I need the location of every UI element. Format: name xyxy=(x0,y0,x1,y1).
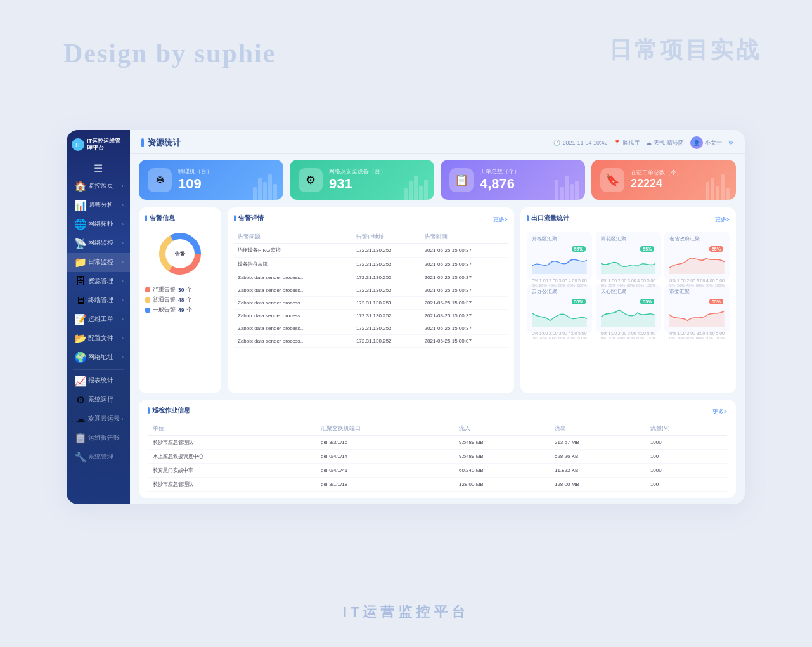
traffic-item-title: 市委汇聚 xyxy=(669,288,725,295)
sidebar-item-monitoring[interactable]: 🏠 监控展页 › xyxy=(67,177,130,196)
traffic-item: 雨花区汇聚 55% 0%1:002:003:004:005:00 0%20%40… xyxy=(596,232,661,280)
traffic-item: 开福区汇聚 55% 0%1:002:003:004:005:00 0%20%40… xyxy=(527,232,592,280)
patrol-col-header: 流入 xyxy=(454,422,550,436)
legend-normal: 一般告警 49 个 xyxy=(145,306,215,314)
patrol-port: gei-3/3/0/16 xyxy=(316,436,454,450)
alert-legend: 严重告警 30 个 普通告警 48 个 一般告警 49 个 xyxy=(145,286,215,317)
patrol-out: 528.26 KB xyxy=(550,450,645,464)
cell-ip: 172.31.130.252 xyxy=(352,284,421,297)
legend-severe: 严重告警 30 个 xyxy=(145,286,215,294)
cell-ip: 172.31.130.252 xyxy=(352,271,421,284)
cell-time: 2021-06-25 15:00:37 xyxy=(421,322,508,335)
footer-text: IT运营监控平台 xyxy=(343,603,470,622)
table-row: Zabbix data sender process... 172.31.130… xyxy=(234,322,508,335)
table-row: 均衡设备PING监控 172.31.130.252 2021-06-25 15:… xyxy=(234,244,508,258)
hamburger-icon[interactable]: ☰ xyxy=(67,157,130,177)
weather-display: ☁ 天气:晴转阴 xyxy=(646,139,684,147)
patrol-out: 11.822 KB xyxy=(550,464,645,478)
alert-detail-table: 告警问题 告警IP地址 告警时间 均衡设备PING监控 172.31.130.2… xyxy=(234,232,508,348)
sidebar-item-terminal[interactable]: 🖥 终端管理 › xyxy=(67,291,130,310)
sidebar-item-analysis[interactable]: 📊 调整分析 › xyxy=(67,196,130,215)
patrol-out: 128.00 MB xyxy=(550,478,645,492)
cloud-icon: ☁ xyxy=(75,414,86,424)
traffic-grid: 开福区汇聚 55% 0%1:002:003:004:005:00 0%20%40… xyxy=(527,232,730,333)
sidebar-item-sysadmin[interactable]: 🔧 系统管理 xyxy=(67,448,130,467)
table-row: Zabbix data sender process... 172.31.130… xyxy=(234,310,508,322)
patrol-in: 128.00 MB xyxy=(454,478,550,492)
patrol-row: 长宾黑门实战中车 gei-0/4/0/41 60.240 MB 11.822 K… xyxy=(148,464,727,478)
traffic-more[interactable]: 更多> xyxy=(715,216,730,224)
table-row: Zabbix data sender process... 172.31.130… xyxy=(234,297,508,310)
sidebar-item-sysrun[interactable]: ⚙ 系统运行 xyxy=(67,391,130,410)
sidebar-item-ops-report[interactable]: 📋 运维报告账 xyxy=(67,429,130,448)
stat-bg-bars-1 xyxy=(253,174,277,200)
database-icon: 🗄 xyxy=(75,277,86,287)
cell-time: 2021-06-25 15:00:37 xyxy=(421,271,508,284)
sidebar-item-reports[interactable]: 📈 报表统计 xyxy=(67,372,130,391)
sidebar-item-ipam[interactable]: 🌍 网络地址 › xyxy=(67,348,130,367)
home-icon: 🏠 xyxy=(75,181,86,192)
cell-ip: 172.31.130.252 xyxy=(352,322,421,335)
cell-ip: 172.31.130.252 xyxy=(352,335,421,348)
alert-detail-more[interactable]: 更多> xyxy=(493,216,508,224)
table-row: Zabbix data sender process... 172.31.130… xyxy=(234,271,508,284)
traffic-item-title: 云办公汇聚 xyxy=(532,288,587,295)
traffic-item: 天心区汇聚 55% 0%1:002:003:004:005:00 0%20%40… xyxy=(596,284,661,333)
header-info: 🕐 2021-11-04 10:42 📍 监视厅 ☁ 天气:晴转阴 👤 小女士 … xyxy=(553,136,733,149)
traffic-badge: 55% xyxy=(572,246,586,252)
patrol-out: 213.57 MB xyxy=(550,436,645,450)
patrol-col-header: 汇聚交换机端口 xyxy=(316,422,454,436)
network-icon: 🌐 xyxy=(75,219,86,230)
stat-card-workorders: 📋 工单总数（个） 4,876 xyxy=(441,160,585,200)
traffic-item-title: 天心区汇聚 xyxy=(601,288,656,295)
cell-problem: 设备告往故障 xyxy=(234,258,352,271)
sidebar-logo: IT IT运控运维管理平台 xyxy=(67,130,130,157)
sidebar-item-daily-monitor[interactable]: 📁 日常监控 › xyxy=(67,253,130,272)
stat-icon-workorders: 📋 xyxy=(449,168,474,192)
stats-row: ❄ 物理机（台） 109 ⚙ xyxy=(130,154,745,204)
col-ip: 告警IP地址 xyxy=(352,232,421,244)
traffic-header: 出口流量统计 更多> xyxy=(527,214,730,226)
cell-time: 2021-06-25 15:00:37 xyxy=(421,284,508,297)
patrol-traffic: 1000 xyxy=(645,436,727,450)
legend-dot-normal xyxy=(145,308,150,313)
datetime-display: 🕐 2021-11-04 10:42 xyxy=(553,140,607,146)
traffic-chart: 55% 0%1:002:003:004:005:00 0%20%40%60%80… xyxy=(532,245,587,277)
content-area: 资源统计 🕐 2021-11-04 10:42 📍 监视厅 ☁ 天气:晴转阴 👤… xyxy=(130,130,745,504)
traffic-chart: 55% 0%1:002:003:004:005:00 0%20%40%60%80… xyxy=(669,245,725,277)
patrol-port: gei-3/1/0/18 xyxy=(316,478,454,492)
sidebar-item-resource[interactable]: 🗄 资源管理 › xyxy=(67,272,130,291)
traffic-chart: 55% 0%1:002:003:004:005:00 0%20%40%60%80… xyxy=(601,245,656,277)
patrol-more[interactable]: 更多> xyxy=(712,408,727,416)
cell-time: 2021-06-25 15:00:37 xyxy=(421,258,508,271)
sidebar-divider xyxy=(73,369,124,370)
patrol-row: 水上应急救援调度中心 gei-0/4/0/14 9.5489 MB 528.26… xyxy=(148,450,727,464)
patrol-unit: 长宾黑门实战中车 xyxy=(148,464,316,478)
sidebar: IT IT运控运维管理平台 ☰ 🏠 监控展页 › 📊 调整分析 › 🌐 网络拓扑… xyxy=(67,130,130,504)
sidebar-item-work-order[interactable]: 📝 运维工单 › xyxy=(67,310,130,329)
traffic-badge: 55% xyxy=(640,299,654,304)
sidebar-item-topology[interactable]: 🌐 网络拓扑 › xyxy=(67,215,130,234)
sidebar-item-cloud[interactable]: ☁ 欢迎云运云 › xyxy=(67,410,130,429)
table-row: Zabbix data sender process... 172.31.130… xyxy=(234,284,508,297)
legend-dot-general xyxy=(145,297,150,303)
doc-icon: 📝 xyxy=(75,315,86,325)
traffic-item-title: 老省政府汇聚 xyxy=(669,235,725,242)
cell-ip: 172.31.130.253 xyxy=(352,297,421,310)
cell-ip: 172.31.130.252 xyxy=(352,258,421,271)
watermark-right: 日常项目实战 xyxy=(609,35,761,66)
sidebar-item-config[interactable]: 📂 配置文件 › xyxy=(67,329,130,348)
stat-bg-bars-4 xyxy=(706,174,730,200)
refresh-icon[interactable]: ↻ xyxy=(728,140,733,146)
patrol-row: 长沙市应急管理队 gei-3/1/0/18 128.00 MB 128.00 M… xyxy=(148,478,727,492)
cell-time: 2021-06-25 15:00:37 xyxy=(421,297,508,310)
cell-ip: 172.31.130.252 xyxy=(352,310,421,322)
patrol-unit: 长沙市应急管理队 xyxy=(148,478,316,492)
cell-problem: 均衡设备PING监控 xyxy=(234,244,352,258)
table-row: Zabbix data sender process... 172.31.130… xyxy=(234,335,508,348)
sidebar-item-network-monitor[interactable]: 📡 网络监控 › xyxy=(67,234,130,253)
patrol-title: 巡检作业信息 xyxy=(148,406,190,415)
patrol-header: 巡检作业信息 更多> xyxy=(148,406,727,419)
globe-icon: 🌍 xyxy=(75,353,86,363)
watermark-left: Design by suphie xyxy=(63,38,276,69)
